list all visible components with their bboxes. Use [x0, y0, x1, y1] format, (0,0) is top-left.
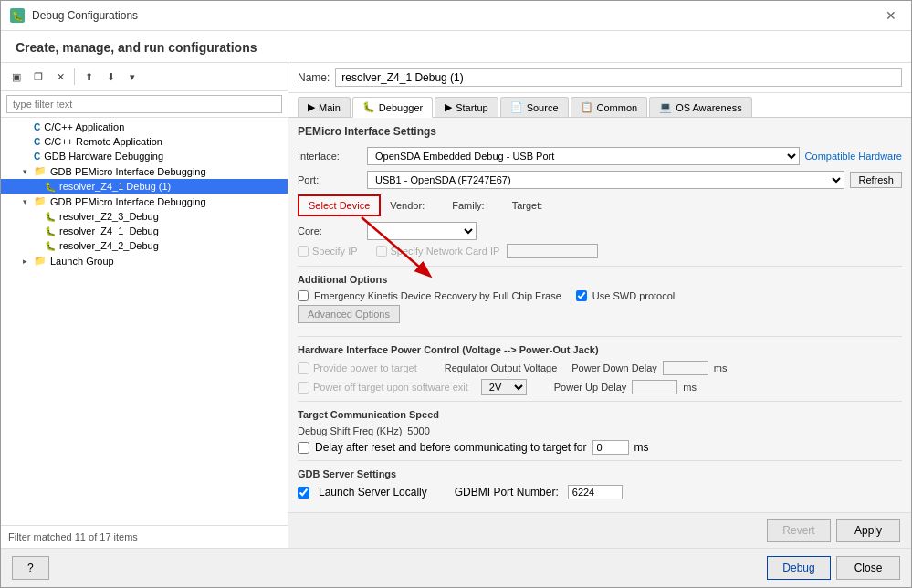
compatible-hardware-link[interactable]: Compatible Hardware [805, 151, 902, 162]
freq-row: Debug Shift Freq (KHz) 5000 [298, 425, 902, 436]
tab-debugger[interactable]: 🐛 Debugger [352, 97, 433, 118]
delay-label: Delay after reset and before communicati… [315, 441, 587, 454]
interface-row: Interface: OpenSDA Embedded Debug - USB … [298, 147, 902, 165]
network-card-ip-input[interactable] [507, 244, 598, 258]
tree-item-gdb-hw[interactable]: C GDB Hardware Debugging [1, 149, 288, 163]
delete-button[interactable]: ✕ [50, 67, 70, 87]
tab-source-label: Source [527, 102, 559, 113]
item-icon: 📁 [34, 165, 47, 177]
power-row-1: Provide power to target Regulator Output… [298, 361, 902, 375]
debug-button[interactable]: Debug [767, 556, 831, 580]
section-divider-3 [298, 401, 902, 402]
tree-item-launch-group[interactable]: 📁 Launch Group [1, 253, 288, 268]
new-config-button[interactable]: ▣ [6, 67, 26, 87]
filter-input[interactable] [6, 95, 282, 113]
tree-item-cpp-app[interactable]: C C/C++ Application [1, 120, 288, 134]
page-title: Create, manage, and run configurations [16, 40, 896, 55]
tab-startup-icon: ▶ [445, 101, 452, 113]
provide-power-label: Provide power to target [313, 362, 417, 373]
filter-box [1, 91, 288, 118]
core-row: Core: [298, 222, 902, 240]
main-content: ▣ ❐ ✕ ⬆ ⬇ ▾ C C/C++ Application [1, 63, 911, 548]
ms-label-2: ms [683, 382, 697, 393]
tree-item-label: resolver_Z2_3_Debug [59, 211, 159, 222]
provide-power-item: Provide power to target [298, 362, 417, 374]
tab-debugger-label: Debugger [379, 102, 423, 113]
left-footer: Filter matched 11 of 17 items [1, 525, 288, 548]
tab-os-label: OS Awareness [676, 102, 742, 113]
title-bar: 🐛 Debug Configurations ✕ [1, 1, 911, 31]
emergency-checkbox[interactable] [298, 290, 309, 301]
interface-label: Interface: [298, 151, 362, 162]
title-bar-left: 🐛 Debug Configurations [10, 8, 138, 23]
power-up-input[interactable] [632, 380, 677, 394]
import-button[interactable]: ⬇ [100, 67, 121, 87]
tree-arrow [19, 197, 30, 206]
power-row-2: Power off target upon software exit 2V P… [298, 379, 902, 395]
launch-server-checkbox[interactable] [298, 487, 309, 499]
advanced-options-button[interactable]: Advanced Options [298, 305, 400, 323]
emergency-check-row: Emergency Kinetis Device Recovery by Ful… [298, 290, 902, 301]
apply-button[interactable]: Apply [836, 519, 900, 542]
tab-startup[interactable]: ▶ Startup [435, 97, 498, 117]
core-select[interactable] [367, 222, 477, 240]
specify-ip-item: Specify IP [298, 246, 358, 257]
panel-content: PEMicro Interface Settings Interface: Op… [288, 118, 911, 512]
additional-options-title: Additional Options [298, 274, 902, 285]
tree-item-resolver-z4-1-debug-1[interactable]: 🐛 resolver_Z4_1 Debug (1) [1, 179, 288, 194]
refresh-button[interactable]: Refresh [850, 172, 902, 188]
swd-checkbox[interactable] [576, 290, 587, 301]
tree-arrow [19, 167, 30, 176]
power-off-label: Power off target upon software exit [313, 382, 468, 393]
interface-select[interactable]: OpenSDA Embedded Debug - USB Port [367, 147, 800, 165]
tree-item-label: resolver_Z4_1_Debug [59, 226, 159, 236]
left-panel: ▣ ❐ ✕ ⬆ ⬇ ▾ C C/C++ Application [1, 63, 288, 548]
collapse-button[interactable]: ▾ [122, 67, 142, 87]
gdbmi-port-input[interactable] [568, 485, 623, 499]
volt-select[interactable]: 2V [481, 379, 527, 395]
tree-item-gdb-pemicro-2[interactable]: 📁 GDB PEMicro Interface Debugging [1, 194, 288, 209]
tree-item-label: GDB PEMicro Interface Debugging [50, 166, 206, 177]
tab-main[interactable]: ▶ Main [298, 97, 351, 117]
delay-input[interactable] [592, 440, 629, 455]
power-down-input[interactable] [663, 361, 708, 375]
power-off-checkbox[interactable] [298, 382, 309, 394]
tab-common[interactable]: 📋 Common [571, 97, 648, 117]
tree-item-label: GDB PEMicro Interface Debugging [50, 196, 206, 207]
export-button[interactable]: ⬆ [79, 67, 99, 87]
device-row: Select Device Vendor: Family: Target: [298, 194, 902, 216]
left-toolbar: ▣ ❐ ✕ ⬆ ⬇ ▾ [1, 63, 288, 91]
tab-os-awareness[interactable]: 💻 OS Awareness [649, 97, 752, 117]
delay-checkbox[interactable] [298, 442, 309, 454]
name-input[interactable] [335, 68, 902, 87]
specify-ip-checkbox[interactable] [298, 246, 309, 257]
debug-shift-value: 5000 [407, 425, 429, 436]
duplicate-button[interactable]: ❐ [28, 67, 48, 87]
tree-item-cpp-remote[interactable]: C C/C++ Remote Application [1, 134, 288, 149]
revert-button[interactable]: Revert [767, 519, 831, 542]
window-close-button[interactable]: ✕ [880, 6, 902, 25]
tree-item-gdb-pemicro-1[interactable]: 📁 GDB PEMicro Interface Debugging [1, 163, 288, 179]
close-button[interactable]: Close [836, 556, 900, 580]
port-select[interactable]: USB1 - OpenSDA (F7247E67) [367, 171, 844, 189]
name-label: Name: [298, 71, 330, 84]
ms-label-1: ms [714, 362, 728, 373]
item-icon: 📁 [34, 255, 47, 267]
specify-network-item: Specify Network Card IP [376, 244, 599, 258]
provide-power-checkbox[interactable] [298, 362, 309, 374]
right-panel: Name: ▶ Main 🐛 Debugger ▶ Startup � [288, 63, 911, 548]
tree-item-label: Launch Group [50, 256, 114, 267]
tab-debugger-icon: 🐛 [362, 101, 375, 113]
tab-source[interactable]: 📄 Source [500, 97, 569, 117]
select-device-button[interactable]: Select Device [298, 194, 381, 216]
tree-item-resolver-z4-2[interactable]: 🐛 resolver_Z4_2_Debug [1, 238, 288, 253]
help-button[interactable]: ? [12, 556, 49, 580]
tree-item-resolver-z4-1[interactable]: 🐛 resolver_Z4_1_Debug [1, 224, 288, 238]
power-down-label: Power Down Delay [571, 362, 657, 373]
section-divider-2 [298, 336, 902, 337]
target-label: Target: [512, 200, 543, 211]
tree-arrow [19, 257, 30, 266]
tree-item-resolver-z2-3[interactable]: 🐛 resolver_Z2_3_Debug [1, 209, 288, 224]
item-icon: 🐛 [45, 226, 56, 236]
specify-network-checkbox[interactable] [376, 246, 387, 257]
